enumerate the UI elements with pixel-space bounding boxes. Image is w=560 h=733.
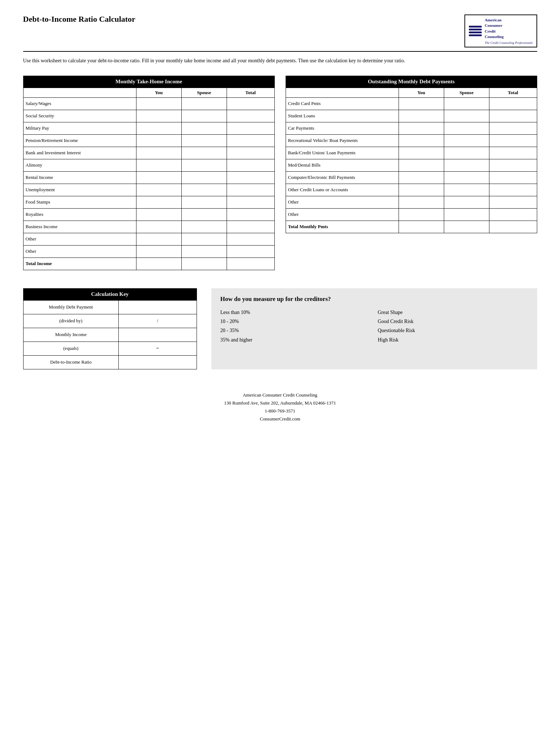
income-table: You Spouse Total Salary/Wages Social Sec… (23, 88, 275, 270)
debt-row-spouse[interactable] (444, 184, 489, 196)
debt-table: You Spouse Total Credit Card Pmts Studen… (286, 88, 537, 233)
income-row-total[interactable] (227, 159, 274, 171)
debt-table-row: Other (286, 196, 537, 208)
debt-row-total[interactable] (489, 208, 537, 221)
debt-row-total[interactable] (489, 110, 537, 122)
debt-row-total[interactable] (489, 196, 537, 208)
debt-row-you[interactable] (399, 171, 444, 184)
income-row-you[interactable] (136, 171, 181, 184)
calc-key-title: Calculation Key (23, 288, 197, 300)
income-row-total[interactable] (227, 147, 274, 159)
debt-row-you[interactable] (399, 110, 444, 122)
debt-row-you[interactable] (399, 196, 444, 208)
footer-line1: American Consumer Credit Counseling (23, 391, 537, 399)
debt-row-total[interactable] (489, 122, 537, 134)
debt-row-you[interactable] (399, 221, 444, 233)
debt-row-spouse[interactable] (444, 159, 489, 171)
income-row-you[interactable] (136, 110, 181, 122)
debt-row-total[interactable] (489, 171, 537, 184)
income-row-spouse[interactable] (181, 184, 227, 196)
debt-row-label: Other (286, 208, 399, 221)
income-col-you: You (136, 88, 181, 97)
debt-row-you[interactable] (399, 97, 444, 110)
page-wrapper: Debt-to-Income Ratio Calculator American… (23, 14, 537, 423)
income-row-total[interactable] (227, 196, 274, 208)
income-row-you[interactable] (136, 208, 181, 221)
income-row-total[interactable] (227, 171, 274, 184)
income-row-label: Other (23, 245, 136, 257)
debt-row-spouse[interactable] (444, 134, 489, 147)
income-row-spouse[interactable] (181, 147, 227, 159)
calc-key-value[interactable] (118, 328, 197, 342)
calc-key-label: Monthly Income (23, 328, 118, 342)
income-row-spouse[interactable] (181, 171, 227, 184)
debt-row-you[interactable] (399, 184, 444, 196)
income-row-total[interactable] (227, 122, 274, 134)
debt-row-spouse[interactable] (444, 221, 489, 233)
income-row-you[interactable] (136, 147, 181, 159)
income-row-spouse[interactable] (181, 257, 227, 270)
income-row-total[interactable] (227, 245, 274, 257)
income-row-you[interactable] (136, 159, 181, 171)
income-table-row: Business Income (23, 221, 274, 233)
debt-row-you[interactable] (399, 122, 444, 134)
calc-key-value[interactable] (118, 300, 197, 314)
income-row-spouse[interactable] (181, 233, 227, 245)
income-row-you[interactable] (136, 233, 181, 245)
debt-row-label: Student Loans (286, 110, 399, 122)
calc-key-value[interactable]: = (118, 342, 197, 355)
debt-row-you[interactable] (399, 147, 444, 159)
income-row-you[interactable] (136, 196, 181, 208)
debt-row-total[interactable] (489, 221, 537, 233)
income-row-total[interactable] (227, 184, 274, 196)
income-row-total[interactable] (227, 134, 274, 147)
logo-area: American Consumer Credit Counseling The … (464, 14, 537, 47)
calc-key-label: (equals) (23, 342, 118, 355)
debt-row-total[interactable] (489, 134, 537, 147)
calc-key-value[interactable]: / (118, 314, 197, 328)
income-row-total[interactable] (227, 110, 274, 122)
income-row-spouse[interactable] (181, 221, 227, 233)
debt-row-spouse[interactable] (444, 171, 489, 184)
debt-row-spouse[interactable] (444, 196, 489, 208)
income-row-total[interactable] (227, 208, 274, 221)
income-row-you[interactable] (136, 245, 181, 257)
calc-key-value[interactable] (118, 355, 197, 369)
income-row-label: Total Income (23, 257, 136, 270)
debt-row-total[interactable] (489, 159, 537, 171)
income-row-total[interactable] (227, 221, 274, 233)
debt-row-spouse[interactable] (444, 147, 489, 159)
debt-row-you[interactable] (399, 159, 444, 171)
income-row-spouse[interactable] (181, 97, 227, 110)
income-row-you[interactable] (136, 122, 181, 134)
debt-row-you[interactable] (399, 134, 444, 147)
debt-row-spouse[interactable] (444, 110, 489, 122)
debt-row-total[interactable] (489, 184, 537, 196)
debt-row-spouse[interactable] (444, 122, 489, 134)
income-row-total[interactable] (227, 257, 274, 270)
income-row-you[interactable] (136, 184, 181, 196)
debt-table-header-row: You Spouse Total (286, 88, 537, 97)
debt-row-you[interactable] (399, 208, 444, 221)
income-row-spouse[interactable] (181, 122, 227, 134)
income-row-total[interactable] (227, 233, 274, 245)
income-row-spouse[interactable] (181, 110, 227, 122)
income-row-spouse[interactable] (181, 208, 227, 221)
calc-key-table: Monthly Debt Payment (divided by) / Mont… (23, 300, 197, 369)
income-row-you[interactable] (136, 221, 181, 233)
income-row-you[interactable] (136, 134, 181, 147)
income-row-spouse[interactable] (181, 196, 227, 208)
income-row-spouse[interactable] (181, 134, 227, 147)
risk-grid: Less than 10%10 - 20%20 - 35%35% and hig… (220, 308, 528, 344)
calc-key-row: Debt-to-Income Ratio (23, 355, 197, 369)
income-row-you[interactable] (136, 97, 181, 110)
debt-row-spouse[interactable] (444, 97, 489, 110)
income-table-row: Royalties (23, 208, 274, 221)
debt-row-spouse[interactable] (444, 208, 489, 221)
income-row-you[interactable] (136, 257, 181, 270)
income-row-total[interactable] (227, 97, 274, 110)
debt-row-total[interactable] (489, 147, 537, 159)
income-row-spouse[interactable] (181, 159, 227, 171)
debt-row-total[interactable] (489, 97, 537, 110)
income-row-spouse[interactable] (181, 245, 227, 257)
